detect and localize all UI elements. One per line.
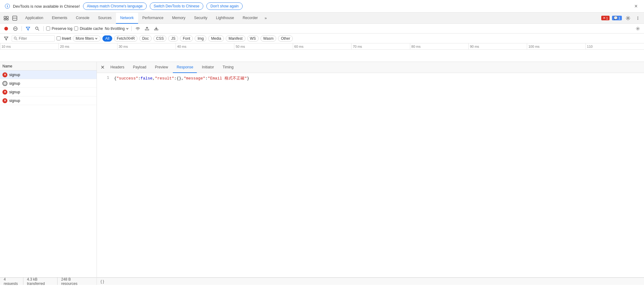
filter-tag-all[interactable]: All bbox=[102, 35, 112, 42]
throttle-selector[interactable]: No throttling bbox=[105, 26, 129, 31]
tick-30ms: 30 ms bbox=[117, 43, 176, 49]
svg-rect-16 bbox=[145, 29, 149, 30]
error-status-icon: ✕ bbox=[2, 72, 7, 77]
preserve-log-label[interactable]: Preserve log bbox=[46, 26, 72, 31]
filter-tag-ws[interactable]: WS bbox=[247, 35, 259, 42]
filter-tag-css[interactable]: CSS bbox=[153, 35, 167, 42]
tab-sources[interactable]: Sources bbox=[94, 13, 116, 24]
main-split-area: Name ✕ signup signup ✕ signup ✕ signup bbox=[0, 62, 644, 277]
settings-gear-button[interactable] bbox=[634, 25, 642, 32]
devtools-menu-icon[interactable] bbox=[2, 14, 10, 22]
customize-icon[interactable] bbox=[634, 14, 642, 22]
switch-to-chinese-button[interactable]: Switch DevTools to Chinese bbox=[150, 2, 204, 10]
filter-icon-button[interactable] bbox=[24, 25, 32, 32]
response-format-button[interactable]: { } bbox=[97, 278, 644, 285]
close-detail-button[interactable]: ✕ bbox=[99, 64, 105, 71]
table-row[interactable]: ✕ signup bbox=[0, 71, 97, 79]
filter-tag-js[interactable]: JS bbox=[168, 35, 178, 42]
always-match-button[interactable]: Always match Chrome's language bbox=[83, 2, 147, 10]
resource-size: 248 B resources bbox=[61, 277, 89, 285]
request-name: signup bbox=[9, 81, 20, 86]
info-badge: 💬 1 bbox=[612, 16, 622, 20]
timeline-ticks: 10 ms 20 ms 30 ms 40 ms 50 ms 60 ms 70 m… bbox=[0, 43, 644, 50]
filter-tag-fetch-xhr[interactable]: Fetch/XHR bbox=[114, 35, 138, 42]
svg-point-19 bbox=[14, 37, 16, 39]
more-filters-button[interactable]: More filters bbox=[73, 35, 101, 42]
filter-tag-media[interactable]: Media bbox=[208, 35, 224, 42]
response-line-1: 1 {"success":false,"result":{},"message"… bbox=[102, 75, 639, 81]
tab-recorder[interactable]: Recorder bbox=[238, 13, 262, 24]
tab-security[interactable]: Security bbox=[190, 13, 212, 24]
filter-tag-manifest[interactable]: Manifest bbox=[226, 35, 245, 42]
tab-initiator[interactable]: Initiator bbox=[198, 62, 217, 73]
main-tabbar: Application Elements Console Sources Net… bbox=[0, 13, 644, 24]
svg-point-15 bbox=[137, 30, 138, 30]
dont-show-again-button[interactable]: Don't show again bbox=[206, 2, 243, 10]
table-row[interactable]: signup bbox=[0, 79, 97, 88]
separator-1 bbox=[22, 26, 22, 31]
tab-elements[interactable]: Elements bbox=[48, 13, 72, 24]
svg-rect-3 bbox=[6, 19, 8, 20]
disable-cache-checkbox[interactable] bbox=[74, 26, 78, 30]
tab-application[interactable]: Application bbox=[21, 13, 48, 24]
table-row[interactable]: ✕ signup bbox=[0, 88, 97, 96]
filter-funnel-icon[interactable] bbox=[2, 35, 10, 42]
filter-tag-wasm[interactable]: Wasm bbox=[260, 35, 276, 42]
filter-tag-img[interactable]: Img bbox=[195, 35, 206, 42]
filter-tag-other[interactable]: Other bbox=[278, 35, 293, 42]
download-icon-button[interactable] bbox=[153, 25, 160, 32]
svg-point-7 bbox=[638, 16, 638, 17]
svg-line-20 bbox=[16, 39, 18, 40]
svg-line-14 bbox=[38, 29, 39, 30]
info-icon: i bbox=[5, 4, 10, 9]
separator-3 bbox=[131, 26, 132, 31]
svg-rect-0 bbox=[4, 16, 6, 18]
dock-icon[interactable] bbox=[11, 14, 18, 22]
svg-rect-5 bbox=[13, 18, 17, 18]
filter-input[interactable] bbox=[19, 36, 50, 41]
tick-10ms: 10 ms bbox=[0, 43, 58, 49]
tab-network[interactable]: Network bbox=[116, 13, 138, 24]
invert-checkbox-label[interactable]: Invert bbox=[57, 36, 71, 41]
more-tabs-button[interactable]: » bbox=[262, 16, 269, 20]
table-row[interactable]: ✕ signup bbox=[0, 96, 97, 105]
banner-close-button[interactable]: × bbox=[633, 3, 639, 9]
invert-checkbox[interactable] bbox=[57, 36, 61, 40]
preserve-log-checkbox[interactable] bbox=[46, 26, 50, 30]
tab-response[interactable]: Response bbox=[173, 62, 197, 73]
request-list-panel: Name ✕ signup signup ✕ signup ✕ signup bbox=[0, 62, 97, 277]
filter-input-container[interactable] bbox=[12, 35, 55, 42]
request-count: 4 requests bbox=[4, 277, 23, 285]
json-line-content: {"success":false,"result":{},"message":"… bbox=[114, 75, 249, 81]
tab-timing[interactable]: Timing bbox=[219, 62, 237, 73]
tab-memory[interactable]: Memory bbox=[168, 13, 190, 24]
search-icon bbox=[14, 37, 18, 40]
search-button[interactable] bbox=[34, 25, 41, 32]
upload-icon-button[interactable] bbox=[143, 25, 151, 32]
tab-console[interactable]: Console bbox=[72, 13, 94, 24]
svg-point-10 bbox=[4, 27, 8, 30]
disable-cache-label[interactable]: Disable cache bbox=[74, 26, 103, 31]
svg-rect-2 bbox=[4, 19, 6, 20]
stop-recording-button[interactable] bbox=[2, 25, 10, 32]
response-content: 1 {"success":false,"result":{},"message"… bbox=[97, 73, 644, 277]
pending-status-icon bbox=[2, 81, 7, 86]
error-icon: ✕ bbox=[603, 16, 606, 20]
filter-tag-doc[interactable]: Doc bbox=[139, 35, 151, 42]
tab-payload[interactable]: Payload bbox=[129, 62, 150, 73]
svg-point-18 bbox=[637, 28, 638, 29]
tab-preview[interactable]: Preview bbox=[151, 62, 172, 73]
network-toolbar: Preserve log Disable cache No throttling bbox=[0, 24, 644, 34]
wifi-icon-button[interactable] bbox=[134, 25, 141, 32]
tab-performance[interactable]: Performance bbox=[138, 13, 168, 24]
language-banner: i DevTools is now available in Chinese! … bbox=[0, 0, 644, 13]
network-timeline: 10 ms 20 ms 30 ms 40 ms 50 ms 60 ms 70 m… bbox=[0, 43, 644, 62]
left-statusbar: 4 requests 4.3 kB transferred 248 B reso… bbox=[0, 278, 97, 285]
svg-point-9 bbox=[638, 19, 638, 19]
tab-lighthouse[interactable]: Lighthouse bbox=[212, 13, 238, 24]
tab-headers[interactable]: Headers bbox=[107, 62, 128, 73]
settings-icon[interactable] bbox=[624, 14, 632, 22]
tick-70ms: 70 ms bbox=[351, 43, 410, 49]
clear-button[interactable] bbox=[12, 25, 19, 32]
filter-tag-font[interactable]: Font bbox=[180, 35, 193, 42]
